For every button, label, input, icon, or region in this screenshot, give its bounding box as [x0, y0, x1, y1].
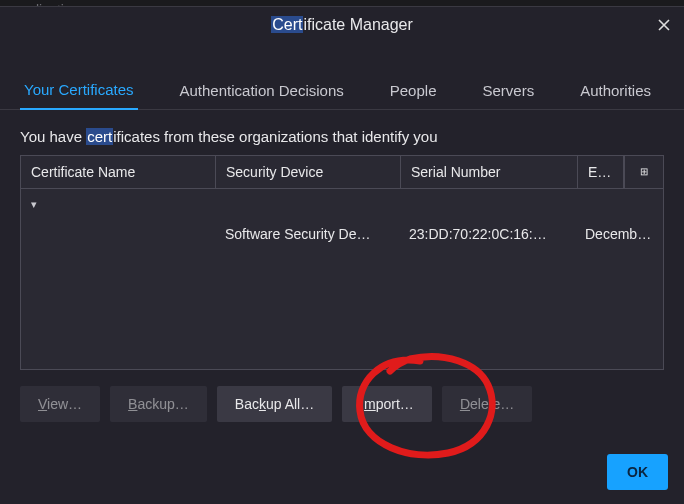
- tab-authorities[interactable]: Authorities: [576, 72, 655, 109]
- tab-bar: Your Certificates Authentication Decisio…: [0, 71, 684, 110]
- view-button[interactable]: View…: [20, 386, 100, 422]
- table-body[interactable]: ▾ Software Security De… 23:DD:70:22:0C:1…: [21, 189, 663, 369]
- dialog-footer: OK: [607, 454, 668, 490]
- table-header: Certificate Name Security Device Serial …: [21, 156, 663, 189]
- action-button-row: View… Backup… Backup All… Import… Delete…: [0, 370, 684, 422]
- tab-servers[interactable]: Servers: [478, 72, 538, 109]
- delete-button[interactable]: Delete…: [442, 386, 532, 422]
- chevron-down-icon[interactable]: ▾: [21, 198, 37, 211]
- close-icon: [657, 18, 671, 32]
- close-button[interactable]: [654, 15, 674, 35]
- backup-all-button[interactable]: Backup All…: [217, 386, 332, 422]
- desc-pre: You have: [20, 128, 86, 145]
- desc-highlight: cert: [86, 128, 113, 145]
- description-text: You have certificates from these organiz…: [0, 110, 684, 155]
- backup-button[interactable]: Backup…: [110, 386, 207, 422]
- col-expires-on[interactable]: Expires On: [578, 156, 624, 188]
- title-rest: ificate Manager: [303, 16, 412, 33]
- tab-people[interactable]: People: [386, 72, 441, 109]
- cell-expires-on: December 29, 2…: [575, 226, 663, 242]
- cell-serial-number: 23:DD:70:22:0C:16:…: [399, 226, 575, 242]
- window-title: Certificate Manager: [271, 16, 413, 34]
- table-row[interactable]: Software Security De… 23:DD:70:22:0C:16:…: [21, 219, 663, 249]
- cell-security-device: Software Security De…: [215, 226, 399, 242]
- tab-authentication-decisions[interactable]: Authentication Decisions: [176, 72, 348, 109]
- import-button[interactable]: Import…: [342, 386, 432, 422]
- col-security-device[interactable]: Security Device: [216, 156, 401, 188]
- table-group-row[interactable]: ▾: [21, 189, 663, 219]
- title-highlight: Cert: [271, 16, 303, 33]
- titlebar: Certificate Manager: [0, 7, 684, 43]
- certificates-table: Certificate Name Security Device Serial …: [20, 155, 664, 370]
- column-picker-icon[interactable]: ⊞: [624, 156, 663, 188]
- col-serial-number[interactable]: Serial Number: [401, 156, 578, 188]
- certificate-manager-dialog: Certificate Manager Your Certificates Au…: [0, 6, 684, 504]
- col-certificate-name[interactable]: Certificate Name: [21, 156, 216, 188]
- tab-your-certificates[interactable]: Your Certificates: [20, 71, 138, 110]
- desc-post: ificates from these organizations that i…: [113, 128, 437, 145]
- ok-button[interactable]: OK: [607, 454, 668, 490]
